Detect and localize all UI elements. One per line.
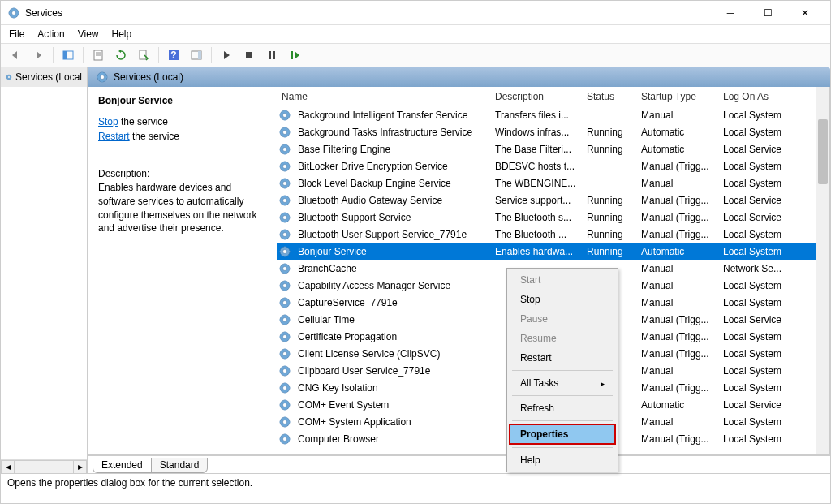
svg-rect-12 (246, 52, 252, 58)
statusbar-text: Opens the properties dialog box for the … (7, 477, 252, 489)
gear-icon (277, 126, 293, 139)
export-button[interactable] (134, 45, 153, 65)
menu-file[interactable]: File (9, 28, 24, 40)
cell-startup: Automatic (636, 127, 718, 138)
cell-logon: Local Service (718, 144, 794, 155)
cell-startup: Manual (Trigg... (636, 161, 718, 172)
cell-logon: Network Se... (718, 263, 794, 274)
ctx-stop[interactable]: Stop (509, 290, 616, 309)
scroll-left-icon[interactable]: ◂ (1, 460, 15, 474)
cell-status: Running (582, 229, 636, 240)
table-row[interactable]: Block Level Backup Engine ServiceThe WBE… (277, 174, 829, 192)
help-button[interactable]: ? (164, 45, 183, 65)
minimize-button[interactable]: ─ (712, 1, 749, 25)
tree-root[interactable]: Services (Local (1, 67, 87, 87)
gear-icon (277, 262, 293, 275)
menu-view[interactable]: View (78, 28, 99, 40)
table-row[interactable]: Bluetooth Audio Gateway ServiceService s… (277, 192, 829, 209)
col-logon[interactable]: Log On As (718, 91, 794, 102)
svg-rect-11 (198, 51, 201, 59)
table-row[interactable]: BitLocker Drive Encryption ServiceBDESVC… (277, 157, 829, 174)
toolbar: ? (1, 43, 830, 67)
col-startup[interactable]: Startup Type (636, 91, 718, 102)
cell-logon: Local System (718, 365, 794, 377)
close-button[interactable]: ✕ (786, 1, 824, 25)
cell-logon: Local System (718, 416, 794, 428)
cell-status: Running (582, 127, 636, 138)
table-row[interactable]: Bonjour ServiceEnables hardwa...RunningA… (277, 243, 829, 260)
tab-standard[interactable]: Standard (151, 458, 209, 473)
cell-startup: Manual (Trigg... (636, 433, 718, 445)
main-pane: Services (Local) Bonjour Service Stop th… (88, 67, 830, 473)
cell-name: Bluetooth User Support Service_7791e (293, 229, 490, 240)
cell-logon: Local Service (718, 314, 794, 325)
cell-name: Background Intelligent Transfer Service (293, 110, 490, 121)
cell-startup: Manual (Trigg... (636, 195, 718, 206)
cell-logon: Local Service (718, 399, 794, 411)
content-area: Services (Local ◂ ▸ Services (Local) Bon… (1, 67, 830, 473)
pane-header-title: Services (Local) (114, 71, 183, 83)
cell-logon: Local System (718, 110, 794, 121)
gear-icon (277, 347, 293, 360)
col-description[interactable]: Description (490, 91, 582, 102)
gear-icon (277, 194, 293, 207)
cell-name: Clipboard User Service_7791e (293, 365, 490, 377)
pause-service-button[interactable] (262, 45, 282, 65)
back-button[interactable] (6, 45, 25, 65)
restart-service-button[interactable] (285, 45, 304, 65)
statusbar: Opens the properties dialog box for the … (1, 473, 830, 491)
forward-button[interactable] (28, 45, 48, 65)
restart-link[interactable]: Restart (98, 131, 130, 142)
cell-name: Computer Browser (293, 433, 490, 445)
ctx-help[interactable]: Help (509, 450, 616, 470)
cell-startup: Manual (636, 365, 718, 377)
table-row[interactable]: Background Intelligent Transfer ServiceT… (277, 106, 829, 123)
col-status[interactable]: Status (582, 91, 636, 102)
cell-startup: Automatic (636, 399, 718, 411)
gear-icon (277, 433, 293, 446)
gear-icon (277, 364, 293, 377)
maximize-button[interactable]: ☐ (749, 1, 786, 25)
app-icon (7, 6, 20, 19)
description-label: Description: (98, 168, 267, 179)
col-name[interactable]: Name (277, 91, 490, 102)
show-hide-tree-button[interactable] (58, 45, 78, 65)
tree-h-scroll[interactable]: ◂ ▸ (1, 459, 87, 473)
start-service-button[interactable] (217, 45, 236, 65)
cell-name: CaptureService_7791e (293, 297, 490, 308)
ctx-properties[interactable]: Properties (509, 424, 616, 445)
cell-logon: Local System (718, 229, 794, 240)
table-row[interactable]: Base Filtering EngineThe Base Filteri...… (277, 140, 829, 157)
gear-icon (96, 71, 109, 84)
table-row[interactable]: Bluetooth Support ServiceThe Bluetooth s… (277, 209, 829, 226)
menu-action[interactable]: Action (37, 28, 64, 40)
gear-icon (277, 109, 293, 122)
refresh-button[interactable] (111, 45, 131, 65)
show-hide-action-pane-button[interactable] (187, 45, 206, 65)
stop-link[interactable]: Stop (98, 116, 118, 127)
cell-startup: Manual (Trigg... (636, 348, 718, 360)
scroll-right-icon[interactable]: ▸ (73, 460, 87, 474)
cell-status: Running (582, 195, 636, 206)
tab-extended[interactable]: Extended (93, 458, 152, 473)
gear-icon (277, 398, 293, 411)
ctx-refresh[interactable]: Refresh (509, 398, 616, 418)
v-scrollbar[interactable] (816, 87, 829, 454)
svg-rect-14 (273, 51, 275, 59)
ctx-resume: Resume (509, 329, 616, 348)
table-row[interactable]: Background Tasks Infrastructure ServiceW… (277, 123, 829, 140)
ctx-restart[interactable]: Restart (509, 348, 616, 368)
svg-rect-3 (63, 51, 67, 59)
cell-name: CNG Key Isolation (293, 382, 490, 394)
cell-name: COM+ Event System (293, 399, 490, 411)
gear-icon (277, 279, 293, 292)
cell-name: COM+ System Application (293, 416, 490, 428)
ctx-all-tasks[interactable]: All Tasks (509, 373, 616, 393)
properties-button[interactable] (88, 45, 108, 65)
cell-startup: Manual (636, 178, 718, 189)
table-row[interactable]: Bluetooth User Support Service_7791eThe … (277, 226, 829, 243)
stop-service-button[interactable] (239, 45, 259, 65)
ctx-pause: Pause (509, 309, 616, 329)
menu-help[interactable]: Help (112, 28, 132, 40)
cell-logon: Local System (718, 178, 794, 189)
